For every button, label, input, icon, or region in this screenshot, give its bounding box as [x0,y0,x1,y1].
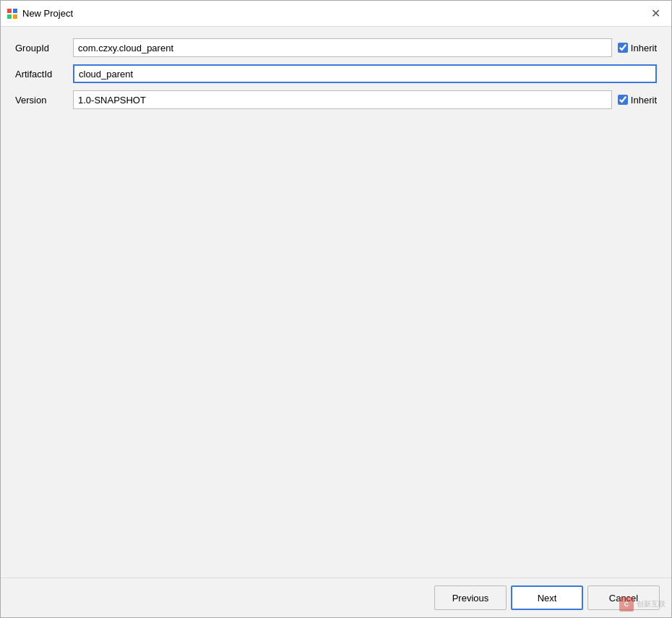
svg-rect-2 [7,14,12,19]
version-input-wrapper [73,90,612,109]
new-project-dialog: New Project ✕ GroupId Inherit ArtifactId… [0,0,672,618]
cancel-button[interactable]: Cancel [587,585,660,610]
groupid-input[interactable] [73,38,612,57]
artifactid-input[interactable] [73,64,657,83]
groupid-label: GroupId [15,43,73,53]
version-label: Version [15,95,73,106]
artifactid-row: ArtifactId [15,64,657,83]
groupid-input-wrapper [73,38,612,57]
previous-button[interactable]: Previous [434,585,507,610]
dialog-content: GroupId Inherit ArtifactId Version [1,27,671,578]
version-row: Version Inherit [15,90,657,109]
next-button[interactable]: Next [511,585,583,610]
groupid-inherit-checkbox[interactable] [618,43,628,53]
svg-rect-3 [13,14,17,19]
version-input[interactable] [73,90,612,109]
version-inherit-wrapper: Inherit [618,95,657,106]
dialog-title: New Project [22,8,645,19]
artifactid-label: ArtifactId [15,69,73,80]
dialog-footer: Previous Next Cancel C 创新互联 [1,578,671,617]
version-inherit-checkbox[interactable] [618,95,628,105]
svg-rect-0 [7,9,12,13]
title-bar: New Project ✕ [1,1,671,27]
groupid-inherit-label[interactable]: Inherit [631,43,657,53]
artifactid-input-wrapper [73,64,657,83]
version-inherit-label[interactable]: Inherit [631,95,657,106]
groupid-row: GroupId Inherit [15,38,657,57]
groupid-inherit-wrapper: Inherit [618,43,657,53]
app-icon [7,8,18,20]
close-button[interactable]: ✕ [645,4,665,24]
svg-rect-1 [13,9,17,13]
